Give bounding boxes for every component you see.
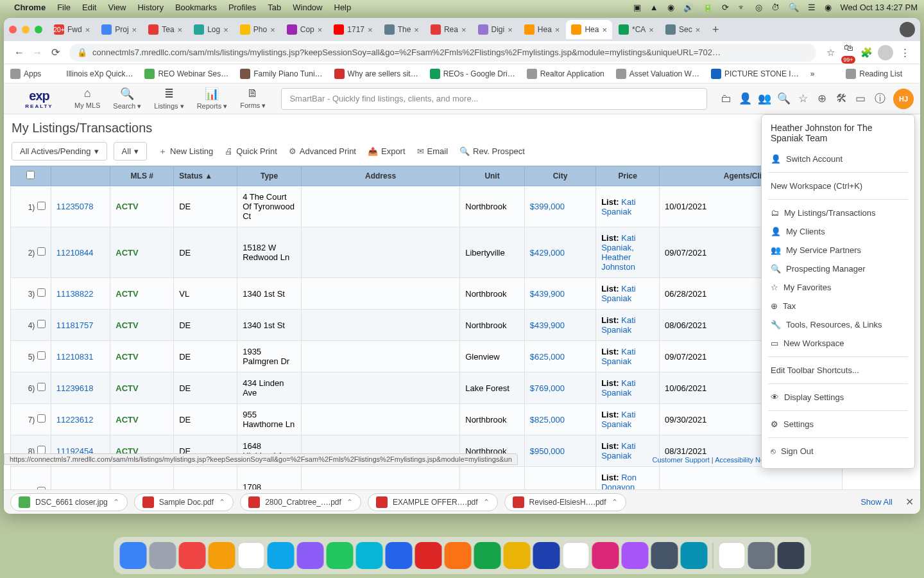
sign-out-item[interactable]: ⎋Sign Out [762, 442, 914, 460]
extensions-icon[interactable]: 🧩 [857, 47, 875, 58]
mls-number[interactable]: 11223612 [56, 415, 94, 425]
col-price[interactable]: Price [596, 166, 660, 186]
address-field[interactable]: 🔒 connectmls7.mredllc.com/sam/mls/listin… [69, 44, 816, 62]
bookmark-item[interactable]: Realtor Application [527, 69, 604, 79]
browser-tab[interactable]: Tea× [143, 20, 187, 39]
help-icon[interactable]: ⓘ [870, 91, 889, 106]
close-tab-icon[interactable]: × [555, 25, 560, 35]
close-tab-icon[interactable]: × [414, 25, 419, 35]
browser-tab[interactable]: Pho× [235, 20, 280, 39]
bookmark-item[interactable]: Why are sellers sit… [334, 69, 418, 79]
close-tab-icon[interactable]: × [602, 25, 607, 35]
col-mls[interactable]: MLS # [110, 166, 174, 186]
dock-icon[interactable] [778, 542, 805, 569]
download-chip[interactable]: Sample Doc.pdf⌃ [134, 493, 234, 511]
profile-avatar[interactable] [878, 45, 893, 60]
footer-link[interactable]: Customer Support [653, 456, 710, 464]
app-nav-item[interactable]: 🔍Search ▾ [113, 87, 141, 110]
dropdown-item[interactable]: 🔍Prospecting Manager [762, 259, 914, 278]
dock-icon[interactable] [563, 542, 590, 569]
close-tab-icon[interactable]: × [178, 25, 183, 35]
close-tab-icon[interactable]: × [649, 25, 654, 35]
dock-icon[interactable] [327, 542, 354, 569]
chrome-menu-icon[interactable]: ⋮ [896, 47, 914, 58]
browser-tab[interactable]: 20+Fwd× [49, 20, 95, 39]
row-checkbox[interactable] [37, 288, 46, 297]
menu-help[interactable]: Help [334, 3, 352, 12]
menu-tab[interactable]: Tab [268, 3, 281, 12]
col-unit[interactable]: Unit [460, 166, 525, 186]
close-tab-icon[interactable]: × [85, 25, 90, 35]
status-icon[interactable]: ⟳ [722, 3, 729, 12]
globe-icon[interactable]: ⊕ [812, 92, 832, 105]
chevron-up-icon[interactable]: ⌃ [483, 498, 490, 507]
bookmark-item[interactable]: PICTURE STONE I… [711, 69, 799, 79]
siri-icon[interactable]: ◉ [825, 3, 832, 12]
dropdown-item[interactable]: ▭New Workspace [762, 334, 914, 353]
user-avatar[interactable]: HJ [893, 89, 914, 109]
smartbar-input[interactable]: SmartBar - Quickly find listings, client… [281, 88, 707, 110]
mls-number[interactable]: 11235078 [56, 202, 94, 211]
row-checkbox[interactable] [37, 320, 46, 328]
chevron-up-icon[interactable]: ⌃ [113, 498, 119, 507]
settings-item[interactable]: ⚙Settings [762, 415, 914, 434]
dropdown-item[interactable]: 👥My Service Partners [762, 241, 914, 259]
dock-icon[interactable] [179, 542, 206, 569]
close-tab-icon[interactable]: × [508, 25, 513, 35]
browser-tab[interactable]: Hea× [566, 20, 612, 39]
forward-button[interactable]: → [28, 47, 46, 58]
volume-icon[interactable]: 🔊 [683, 3, 694, 12]
bookmarks-overflow[interactable]: » [810, 69, 815, 78]
battery-icon[interactable]: 🔋 [703, 3, 713, 12]
menu-profiles[interactable]: Profiles [228, 3, 256, 12]
toolbar-action[interactable]: 🔍Rev. Prospect [459, 146, 525, 157]
chevron-up-icon[interactable]: ⌃ [346, 498, 353, 507]
back-button[interactable]: ← [10, 47, 28, 58]
browser-tab[interactable]: Digi× [473, 20, 518, 39]
edit-toolbar-shortcuts[interactable]: Edit Toolbar Shortcuts... [762, 361, 914, 380]
dock-icon[interactable] [209, 542, 235, 569]
browser-tab[interactable]: The× [379, 20, 424, 39]
browser-tab[interactable]: Log× [189, 20, 234, 39]
tools-icon[interactable]: 🛠 [832, 92, 851, 105]
dock-icon[interactable] [386, 542, 413, 569]
app-nav-item[interactable]: 🗎Forms ▾ [240, 87, 266, 110]
control-center-icon[interactable]: ☰ [808, 3, 816, 12]
search-icon[interactable]: 🔍 [774, 92, 793, 105]
traffic-lights[interactable] [9, 26, 42, 33]
status-icon[interactable]: ⏱ [771, 3, 780, 12]
close-downloads-bar[interactable]: ✕ [905, 496, 914, 508]
app-nav-item[interactable]: ≣Listings ▾ [154, 87, 184, 110]
menu-window[interactable]: Window [293, 3, 322, 12]
status-icon[interactable]: ▣ [633, 3, 641, 12]
download-chip[interactable]: DSC_6661 closer.jpg⌃ [10, 493, 128, 511]
table-row[interactable]: 9) 11241074 CTG DE 1708 Roanoak Ave Auro… [11, 467, 914, 490]
maximize-window-icon[interactable] [35, 26, 42, 33]
dock-icon[interactable] [150, 542, 176, 569]
dock-icon[interactable] [592, 542, 619, 569]
download-chip[interactable]: Revised-ElsiesH….pdf⌃ [504, 493, 626, 511]
mls-number[interactable]: 11138822 [56, 289, 94, 299]
browser-tab[interactable]: Rea× [425, 20, 472, 39]
dock-icon[interactable] [719, 542, 746, 569]
status-icon[interactable]: ◉ [667, 3, 674, 12]
row-checkbox[interactable] [37, 202, 46, 210]
mls-number[interactable]: 11239618 [56, 383, 94, 393]
menu-view[interactable]: View [108, 3, 126, 12]
dropdown-item[interactable]: ⊕Tax [762, 297, 914, 315]
dock-icon[interactable] [356, 542, 383, 569]
dock-icon[interactable] [748, 542, 775, 569]
new-workspace-shortcut[interactable]: New Workspace (Ctrl+K) [762, 177, 914, 195]
browser-tab[interactable]: Proj× [96, 20, 142, 39]
dock-icon[interactable] [268, 542, 295, 569]
dock-icon[interactable] [651, 542, 678, 569]
mls-number[interactable]: 11210831 [56, 352, 94, 362]
close-tab-icon[interactable]: × [223, 25, 228, 35]
row-checkbox[interactable] [37, 383, 46, 391]
row-checkbox[interactable] [37, 487, 46, 489]
dock-icon[interactable] [238, 542, 265, 569]
bookmark-item[interactable]: Asset Valuation W… [616, 69, 699, 79]
close-tab-icon[interactable]: × [368, 25, 373, 35]
switch-account-item[interactable]: 👤Switch Account [762, 150, 914, 168]
close-tab-icon[interactable]: × [461, 25, 466, 35]
